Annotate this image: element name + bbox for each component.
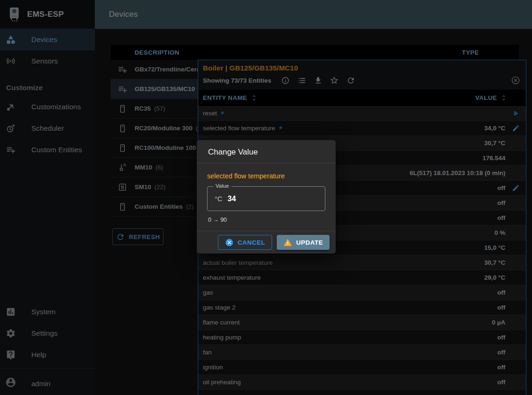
- value-input[interactable]: Value °C 34: [207, 186, 325, 211]
- dialog-body: selected flow temperature Value °C 34 0 …: [197, 163, 336, 231]
- ems-esp-app: EMS-ESP Devices Sensors Customize Custom…: [0, 0, 532, 395]
- dialog-footer: CANCEL UPDATE: [197, 231, 336, 254]
- update-button[interactable]: UPDATE: [277, 235, 330, 250]
- cancel-button[interactable]: CANCEL: [218, 235, 272, 250]
- input-label: Value: [213, 183, 231, 189]
- cancel-label: CANCEL: [237, 239, 265, 246]
- dialog-title: Change Value: [197, 140, 336, 163]
- input-value: 34: [228, 195, 236, 203]
- warning-icon: [283, 238, 292, 247]
- entity-label: selected flow temperature: [207, 172, 325, 180]
- input-content[interactable]: °C 34: [208, 187, 325, 211]
- unit-adornment: °C: [215, 195, 223, 203]
- update-label: UPDATE: [296, 239, 323, 246]
- range-helper-text: 0 → 90: [208, 217, 325, 223]
- cancel-circle-icon: [225, 238, 234, 247]
- change-value-dialog: Change Value selected flow temperature V…: [197, 140, 336, 254]
